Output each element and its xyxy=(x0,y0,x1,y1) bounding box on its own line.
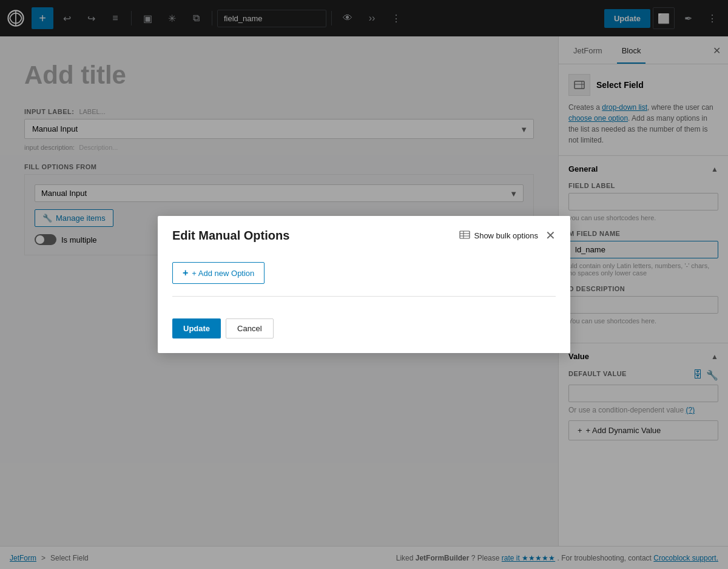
modal-update-button[interactable]: Update xyxy=(172,318,221,338)
modal-footer: Update Cancel xyxy=(158,318,570,353)
plus-option-icon: + xyxy=(183,268,188,278)
modal-title: Edit Manual Options xyxy=(172,229,459,243)
modal-cancel-button[interactable]: Cancel xyxy=(226,318,273,338)
bulk-options-icon xyxy=(459,231,470,241)
modal-overlay: Edit Manual Options Show bulk options ✕ … xyxy=(0,0,728,569)
show-bulk-label: Show bulk options xyxy=(474,231,538,240)
add-option-label: + Add new Option xyxy=(192,269,254,278)
show-bulk-options-button[interactable]: Show bulk options xyxy=(459,231,538,241)
modal-close-button[interactable]: ✕ xyxy=(545,228,556,243)
modal-header: Edit Manual Options Show bulk options ✕ xyxy=(158,216,570,252)
edit-manual-options-modal: Edit Manual Options Show bulk options ✕ … xyxy=(158,216,570,353)
modal-divider xyxy=(172,296,556,297)
modal-body: + + Add new Option xyxy=(158,252,570,318)
add-new-option-button[interactable]: + + Add new Option xyxy=(172,262,265,284)
svg-rect-5 xyxy=(460,231,470,238)
